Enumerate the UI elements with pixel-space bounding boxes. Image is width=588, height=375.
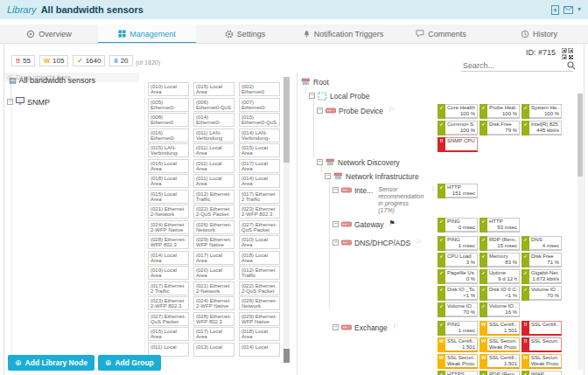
- channel-box[interactable]: (012) Ethernet Traffic: [193, 190, 234, 204]
- sensor-ssl-certifi[interactable]: !!SSL Certifi...: [522, 321, 562, 336]
- collapse-toggle-icon[interactable]: −: [325, 173, 331, 179]
- sensor-disk-io-0-c[interactable]: ✓Disk IO 0 C:<1 %: [480, 286, 520, 301]
- channel-box[interactable]: (019) Local Area: [148, 266, 189, 280]
- sensor-snmp-cpu[interactable]: !!SNMP CPU...: [438, 137, 478, 152]
- sensor-probe-heal[interactable]: ✓Probe Heal...100 %: [480, 104, 520, 119]
- channel-box[interactable]: (018) Local Area: [239, 327, 280, 341]
- tree-node-label[interactable]: Root: [313, 78, 329, 87]
- channel-box[interactable]: (014) Local: [239, 343, 280, 357]
- tab-comments[interactable]: Comments: [392, 24, 490, 43]
- channel-box[interactable]: (026) Ethernet-Network: [193, 220, 234, 234]
- sensor-pagefile-us[interactable]: ✓Pagefile Us...0 %: [438, 269, 478, 284]
- sensor-ssl-securi[interactable]: WSSL Securi...Weak Proto...: [480, 337, 520, 352]
- tree-node-label[interactable]: Gateway: [354, 220, 384, 229]
- sensor-ssl-securi[interactable]: WSSL Securi...Weak Proto...: [438, 354, 478, 369]
- priority-flag-icon[interactable]: ⚐: [393, 323, 399, 330]
- sensor-core-health[interactable]: ✓Core Health100 %: [438, 104, 478, 119]
- tree-node-label[interactable]: DNS/DHCP/ADS: [354, 239, 410, 247]
- status-count-warning[interactable]: W105: [39, 55, 68, 66]
- channel-box[interactable]: (015) Local Area: [148, 190, 189, 204]
- collapse-toggle-icon[interactable]: −: [332, 324, 339, 330]
- channel-box[interactable]: (010) Local Area: [148, 82, 189, 96]
- status-count-ok[interactable]: ✓1640: [73, 55, 105, 66]
- sensor-volume-io[interactable]: ✓Volume IO ...70 %: [522, 286, 562, 301]
- channel-box[interactable]: (002) Ethernet0 Traffic: [239, 82, 280, 96]
- channel-box[interactable]: (015) Ethernet0-QoS Packet: [239, 113, 280, 127]
- sensor-ssl-certifi[interactable]: WSSL Certifi...1,501: [438, 337, 478, 352]
- create-report-icon[interactable]: [551, 5, 559, 15]
- priority-flag-icon[interactable]: ⚐: [388, 107, 395, 114]
- collapse-toggle-icon[interactable]: −: [332, 240, 339, 246]
- priority-flag-icon[interactable]: ⚑: [389, 220, 396, 227]
- channel-box[interactable]: (018) Local Area: [239, 251, 280, 265]
- channel-box[interactable]: (029) Ethernet-WFP Native: [239, 312, 280, 326]
- sensor-memory[interactable]: ✓Memory83 %: [480, 253, 520, 267]
- channel-box[interactable]: (015) LAN-Verbindung-: [148, 143, 189, 157]
- priority-flag-icon[interactable]: ⚐: [431, 186, 438, 193]
- channel-box[interactable]: (016) Local Area: [148, 159, 189, 173]
- scrollbar-thumb[interactable]: [284, 349, 290, 363]
- sensor-common-s[interactable]: ✓Common S...100 %: [438, 121, 478, 135]
- sensor-cpu-load[interactable]: ✓CPU Load3 %: [438, 253, 478, 267]
- tab-settings[interactable]: Settings: [196, 24, 294, 43]
- channel-box[interactable]: (024) Ethernet 2-WFP Native: [148, 220, 189, 234]
- add-group-button[interactable]: ⊕ Add Group: [98, 355, 161, 371]
- sensor-system-he[interactable]: ✓System He...100 %: [522, 104, 562, 119]
- collapse-toggle-icon[interactable]: −: [309, 93, 315, 99]
- sensor-rdp-rem[interactable]: ✓RDP (Rem...15 msec: [480, 371, 520, 375]
- sensor-intel-r-825[interactable]: ✓Intel[R] 825...445 kbit/s: [522, 121, 562, 135]
- sensor-ping[interactable]: ✓PING0 msec: [438, 218, 478, 233]
- sensor-volume-io[interactable]: ✓Volume IO ...70 %: [438, 302, 478, 317]
- sensor-ssl-securi[interactable]: !!SSL Securi...: [522, 337, 562, 352]
- collapse-toggle-icon[interactable]: −: [332, 187, 339, 193]
- channel-box[interactable]: (011) Local Area: [193, 159, 234, 173]
- search-input[interactable]: [461, 60, 567, 71]
- sensor-dns[interactable]: ✓DNS4 msec: [522, 236, 562, 251]
- sensor-rdp-rem[interactable]: ✓RDP (Rem...15 msec: [480, 236, 520, 251]
- channel-box[interactable]: (007) Ethernet0-WFP 802.3: [239, 98, 280, 112]
- channel-box[interactable]: (006) Ethernet0-QoS Packet: [193, 98, 234, 112]
- status-count-error[interactable]: !!55: [11, 55, 35, 66]
- sensor-ping[interactable]: ✓PING1 msec: [438, 321, 478, 336]
- qr-code-icon[interactable]: [562, 47, 573, 59]
- sensor-ssl-certifi[interactable]: WSSL Certifi...1,501: [480, 321, 520, 336]
- channel-box[interactable]: (023) Ethernet 2-WFP 802.3: [239, 205, 280, 219]
- tree-node-label[interactable]: Network Infrastructure: [346, 172, 419, 181]
- priority-flag-icon[interactable]: ⚐: [416, 239, 422, 246]
- sensor-imap[interactable]: ✓IMAP11 msec: [522, 371, 562, 375]
- sensor-http[interactable]: ✓HTTP151 msec: [438, 184, 478, 198]
- channel-box[interactable]: (022) Ethernet 2-QoS Packet: [239, 281, 280, 295]
- channel-box[interactable]: (014) Local Area: [239, 174, 280, 188]
- scrollbar-thumb[interactable]: [284, 77, 290, 163]
- channel-box[interactable]: (028) Ethernet-WFP 802.3: [148, 235, 189, 249]
- sensor-http[interactable]: ✓HTTP93 msec: [480, 218, 520, 233]
- channel-box[interactable]: (011) Local Area: [193, 143, 234, 157]
- email-icon[interactable]: [564, 6, 573, 14]
- channel-box[interactable]: (029) Ethernet-WFP Native: [193, 235, 234, 249]
- collapse-toggle-icon[interactable]: −: [7, 99, 13, 105]
- tab-notification-triggers[interactable]: Notification Triggers: [294, 24, 392, 43]
- channel-box[interactable]: (024) Ethernet 2-WFP Native: [193, 296, 234, 310]
- channel-box[interactable]: (015) Local Area: [239, 143, 280, 157]
- sensor-ping[interactable]: ✓PING1 msec: [438, 236, 478, 251]
- sensor-volume-io[interactable]: ✓Volume IO ...16 %: [480, 302, 520, 317]
- channel-box[interactable]: (018) Local Area: [148, 174, 189, 188]
- channel-box[interactable]: (013) Local: [193, 343, 234, 357]
- sensor-uptime[interactable]: ✓Uptime9 d 12 h: [480, 269, 520, 284]
- sensor-https[interactable]: ✓HTTPS94 msec: [438, 371, 478, 375]
- sensor-disk-free[interactable]: ✓Disk Free79 %: [480, 121, 520, 135]
- channel-box[interactable]: (015) Local Area: [148, 327, 189, 341]
- tree-node-label[interactable]: Probe Device: [339, 107, 383, 115]
- channel-box[interactable]: (021) Ethernet 2-Network: [193, 281, 234, 295]
- channel-box[interactable]: (027) Ethernet-QoS Packet: [148, 312, 189, 326]
- channel-box[interactable]: (008) Ethernet0 Traffic: [148, 113, 189, 127]
- channel-box[interactable]: (022) Ethernet 2-QoS Packet: [193, 205, 234, 219]
- channel-box[interactable]: (027) Ethernet-QoS Packet: [239, 220, 280, 234]
- channel-box[interactable]: (017) Ethernet 2 Traffic: [148, 281, 189, 295]
- tab-management[interactable]: Management: [98, 24, 196, 43]
- channel-box[interactable]: (011) LAN-Verbindung: [193, 128, 234, 142]
- sensor-disk-free[interactable]: ✓Disk Free71 %: [522, 253, 562, 267]
- channel-box[interactable]: (020) Local Area: [193, 266, 234, 280]
- library-root-node[interactable]: ▤ All bandwidth sensors: [9, 76, 95, 85]
- collapse-toggle-icon[interactable]: −: [317, 108, 323, 114]
